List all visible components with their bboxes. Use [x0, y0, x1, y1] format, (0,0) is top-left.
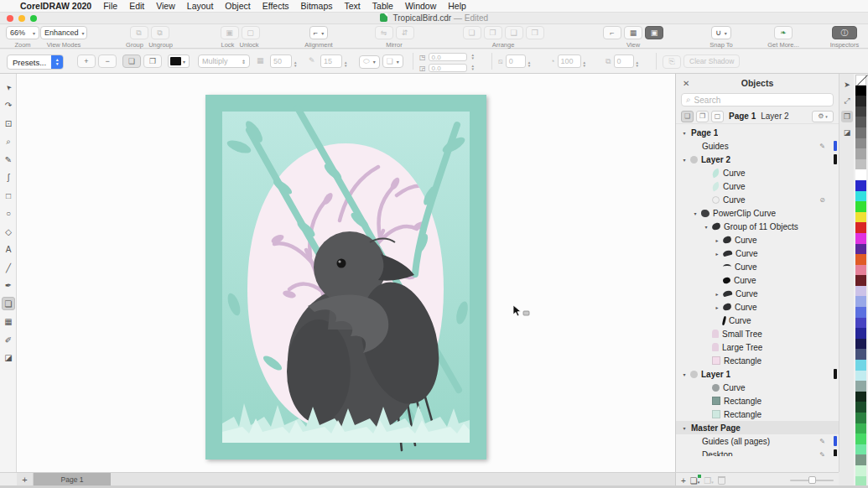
panel-options-button[interactable]: ⚙▾ — [812, 111, 834, 122]
new-object-button[interactable]: + — [681, 476, 686, 485]
color-swatch[interactable] — [855, 96, 866, 106]
color-swatch[interactable] — [855, 339, 866, 350]
tree-row-curve[interactable]: Curve — [676, 179, 839, 193]
menu-text[interactable]: Text — [345, 1, 361, 11]
shadow-opacity2-input[interactable]: 100 — [558, 55, 581, 68]
tree-row-page-1[interactable]: ▾Page 1 — [676, 126, 839, 139]
row-state-icons[interactable]: ✎ — [819, 451, 825, 457]
tree-row-layer-1[interactable]: ▾Layer 1 — [676, 367, 839, 381]
no-color-swatch[interactable] — [855, 75, 866, 86]
view-mode-dropdown[interactable]: Enhanced▾ — [40, 26, 87, 39]
inner-shadow-type-button[interactable]: ❐ — [143, 55, 162, 68]
color-swatch[interactable] — [855, 402, 866, 413]
color-swatch[interactable] — [855, 381, 866, 392]
lock-button[interactable]: ▣ — [221, 26, 239, 39]
color-swatch[interactable] — [855, 392, 866, 402]
eraser-inspector-icon[interactable]: ◪ — [841, 127, 853, 138]
color-swatch[interactable] — [855, 191, 866, 202]
tree-row-curve[interactable]: Curve — [676, 381, 839, 394]
tree-row-small-tree[interactable]: Small Tree — [676, 327, 839, 340]
tree-row-rectangle[interactable]: Rectangle — [676, 408, 839, 421]
delete-button[interactable] — [718, 476, 725, 485]
expand-arrow-icon[interactable]: ▾ — [692, 210, 699, 216]
merge-mode-dropdown[interactable]: Multiply⇕ — [198, 55, 250, 68]
objects-search-input[interactable]: ⌕ Search — [681, 93, 834, 106]
transparency-tool[interactable]: ▦ — [2, 315, 15, 329]
fill-tool[interactable]: ◪ — [2, 351, 15, 365]
color-swatch[interactable] — [855, 433, 866, 444]
view-guidelines-button[interactable]: ▣ — [645, 26, 663, 39]
tree-row-group-of-11-objects[interactable]: ▾Group of 11 Objects — [676, 220, 839, 233]
feather-direction-dropdown[interactable]: ⬭▾ — [359, 55, 380, 69]
mirror-vertical-button[interactable]: ⇵ — [396, 26, 414, 39]
shadow-stretch-input[interactable]: 0 — [614, 55, 634, 68]
color-swatch[interactable] — [855, 328, 866, 339]
menu-help[interactable]: Help — [448, 1, 466, 11]
unlock-button[interactable]: ▢ — [242, 26, 260, 39]
new-layer-button[interactable]: ❏▾ — [690, 476, 699, 485]
shadow-offset-x-input[interactable]: 0.0 — [429, 53, 467, 61]
color-swatch[interactable] — [855, 117, 866, 127]
color-swatch[interactable] — [855, 244, 866, 255]
zoom-level-dropdown[interactable]: 66%▾ — [6, 26, 39, 39]
tree-row-curve[interactable]: ▸Curve — [676, 247, 839, 260]
menu-edit[interactable]: Edit — [129, 1, 144, 11]
color-swatch[interactable] — [855, 222, 866, 233]
ellipse-tool[interactable]: ○ — [2, 207, 15, 221]
text-tool[interactable]: A — [2, 243, 15, 257]
page-tab[interactable]: Page 1 — [34, 473, 111, 485]
snap-to-dropdown[interactable]: ∪▾ — [711, 26, 731, 39]
color-swatch[interactable] — [855, 275, 866, 286]
get-more-button[interactable]: ❧ — [774, 26, 793, 39]
add-preset-button[interactable]: + — [77, 55, 96, 68]
color-swatch[interactable] — [855, 307, 866, 318]
expand-arrow-icon[interactable]: ▾ — [681, 425, 688, 431]
color-swatch[interactable] — [855, 201, 866, 212]
zoom-tool[interactable]: ⌕ — [2, 135, 15, 148]
row-state-icons[interactable]: ⊘ — [819, 196, 825, 204]
menu-view[interactable]: View — [156, 1, 175, 11]
move-to-layer-button[interactable]: ❐▾ — [704, 476, 713, 485]
inspectors-button[interactable]: ⓘ — [832, 26, 857, 39]
transform-inspector-icon[interactable]: ⤢ — [841, 95, 853, 106]
color-swatch[interactable] — [855, 360, 866, 371]
menu-layout[interactable]: Layout — [187, 1, 214, 11]
pick-tool[interactable]: ➤ — [2, 80, 15, 94]
to-back-button[interactable]: ❐ — [484, 26, 502, 39]
color-swatch[interactable] — [855, 138, 866, 149]
color-swatch[interactable] — [855, 169, 866, 180]
tree-row-powerclip-curve[interactable]: ▾PowerClip Curve — [676, 206, 839, 220]
color-swatch[interactable] — [855, 106, 866, 117]
polygon-tool[interactable]: ◇ — [2, 225, 15, 238]
tree-row-master-page[interactable]: ▾Master Page — [676, 421, 839, 434]
tree-row-curve[interactable]: Curve — [676, 166, 839, 179]
color-swatch[interactable] — [855, 212, 866, 223]
app-menu[interactable]: CorelDRAW 2020 — [20, 1, 91, 11]
color-swatch[interactable] — [855, 86, 866, 96]
color-swatch[interactable] — [855, 233, 866, 244]
group-button[interactable]: ⧉ — [130, 26, 148, 39]
shape-tool[interactable]: ↷ — [2, 99, 15, 112]
color-swatch[interactable] — [855, 371, 866, 382]
pen-tool[interactable]: ✒ — [2, 279, 15, 293]
thumbnail-size-slider[interactable] — [790, 480, 834, 481]
view-grid-button[interactable]: ▦ — [624, 26, 642, 39]
color-swatch[interactable] — [855, 127, 866, 138]
color-swatch[interactable] — [855, 444, 866, 455]
shadow-fade-input[interactable]: 0 — [506, 55, 526, 68]
drawing-window[interactable] — [17, 74, 675, 472]
presets-dropdown[interactable]: Presets...▲▼ — [7, 55, 64, 70]
show-layers-toggle[interactable]: ❐ — [696, 111, 709, 122]
tree-row-large-tree[interactable]: Large Tree — [676, 340, 839, 354]
color-swatch[interactable] — [855, 286, 866, 297]
tree-row-guides-all-pages-[interactable]: Guides (all pages)✎ — [676, 434, 839, 448]
feather-edge-dropdown[interactable]: ❏▾ — [382, 55, 403, 68]
crop-tool[interactable]: ⊡ — [2, 117, 15, 130]
drop-shadow-type-button[interactable]: ❏ — [122, 55, 141, 68]
menu-effects[interactable]: Effects — [262, 1, 289, 11]
expand-arrow-icon[interactable]: ▸ — [714, 291, 720, 297]
shadow-opacity-input[interactable]: 50 — [270, 55, 292, 68]
expand-arrow-icon[interactable]: ▾ — [703, 224, 709, 230]
show-objects-toggle[interactable]: ❏ — [681, 111, 694, 122]
color-swatch[interactable] — [855, 349, 866, 360]
